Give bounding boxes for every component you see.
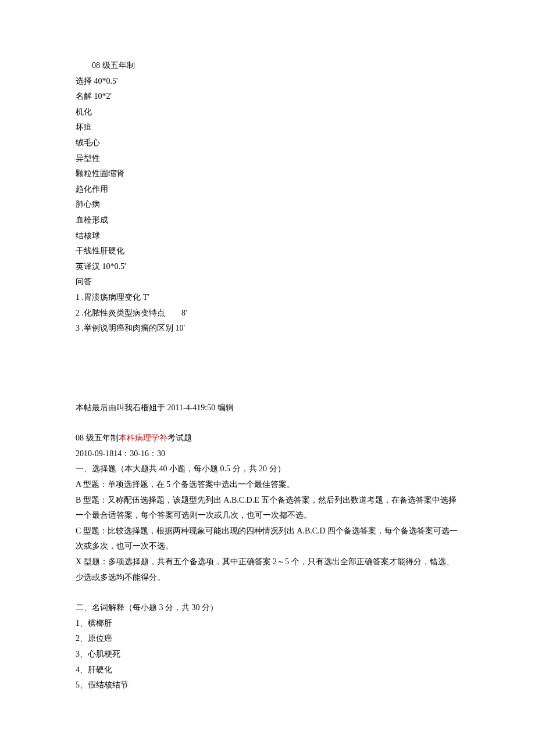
edit-note: 本帖最后由叫我石榴姐于 2011-4-419:50 编辑 — [76, 400, 459, 416]
term-item: 血栓形成 — [76, 213, 459, 228]
section2-title: 08 级五年制本科病理学补考试题 — [76, 431, 459, 446]
term-item: 异型性 — [76, 151, 459, 167]
qa-num: 1 — [76, 293, 80, 302]
choice-line: 选择 40*0.5' — [76, 74, 459, 89]
type-x: X 型题：多项选择题，共有五个备选项，其中正确答案 2～5 个，只有选出全部正确… — [76, 554, 459, 585]
title-red: 本科病理学补 — [119, 433, 167, 442]
section1-title: 08 级五年制 — [76, 58, 459, 74]
qa-text: .胃溃疡病理变化 T' — [82, 293, 149, 302]
term-item: 绒毛心 — [76, 135, 459, 151]
definition-item: 2、原位癌 — [76, 631, 459, 647]
type-a: A 型题：单项选择题，在 5 个备选答案中选出一个最佳答案。 — [76, 477, 459, 493]
title-prefix: 08 级五年制 — [76, 433, 119, 442]
term-item: 坏疽 — [76, 120, 459, 135]
definition-item: 5、假结核结节 — [76, 678, 459, 693]
qa-item: 3 .举例说明癌和肉瘤的区别 10' — [76, 321, 459, 336]
term-item: 颗粒性固缩肾 — [76, 166, 459, 182]
definition-item: 4、肝硬化 — [76, 662, 459, 678]
qa-text: .化脓性炎类型病变特点 — [82, 309, 166, 317]
qa-item: 2 .化脓性炎类型病变特点8' — [76, 306, 459, 321]
part1-title: 一、选择题（本大题共 40 小题，每小题 0.5 分，共 20 分） — [76, 461, 459, 477]
title-suffix: 考试题 — [167, 433, 192, 442]
term-item: 干线性肝硬化 — [76, 243, 459, 259]
part2-title: 二、名词解释（每小题 3 分，共 30 分） — [76, 600, 459, 616]
qa-item: 1 .胃溃疡病理变化 T' — [76, 290, 459, 306]
type-b: B 型题：又称配伍选择题，该题型先列出 A.B.C.D.E 五个备选答案，然后列… — [76, 493, 459, 524]
term-item: 肺心病 — [76, 197, 459, 213]
qa-num: 2 — [76, 309, 80, 317]
term-item: 趋化作用 — [76, 182, 459, 198]
spacer — [76, 585, 459, 600]
definition-item: 1、槟榔肝 — [76, 616, 459, 632]
type-c: C 型题：比较选择题，根据两种现象可能出现的四种情况列出 A.B.C.D 四个备… — [76, 524, 459, 554]
exam-timestamp: 2010-09-1814：30-16：30 — [76, 446, 459, 462]
section-divider — [76, 336, 459, 400]
term-item: 机化 — [76, 105, 459, 120]
definition-item: 3、心肌梗死 — [76, 647, 459, 662]
qa-label: 问答 — [76, 274, 459, 290]
qa-num: 3 — [76, 324, 80, 332]
spacer — [76, 415, 459, 431]
term-item: 结核球 — [76, 228, 459, 244]
terms-line: 名解 10*2' — [76, 89, 459, 105]
trans-line: 英译汉 10*0.5' — [76, 259, 459, 275]
qa-text: .举例说明癌和肉瘤的区别 10' — [82, 324, 186, 332]
qa-suffix: 8' — [181, 309, 187, 317]
